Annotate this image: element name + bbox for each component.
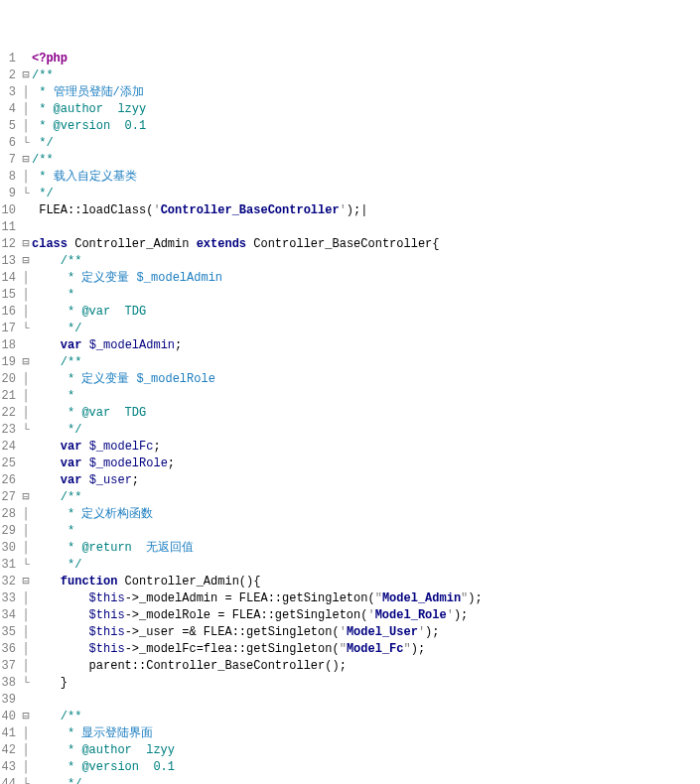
code-line: * 载入自定义基类 — [32, 169, 700, 186]
code-line: * 定义变量 $_modelAdmin — [32, 270, 700, 287]
code-line: function Controller_Admin(){ — [32, 574, 700, 590]
code-area: <?php/** * 管理员登陆/添加 * @author lzyy * @ve… — [32, 51, 700, 784]
code-editor: 1 2 3 4 5 6 7 8 9 10 11 12 13 14 15 16 1… — [0, 51, 700, 784]
code-line: * — [32, 287, 700, 304]
line-number-gutter: 1 2 3 4 5 6 7 8 9 10 11 12 13 14 15 16 1… — [0, 51, 20, 784]
code-line: var $_modelRole; — [32, 456, 700, 472]
code-line: */ — [32, 321, 700, 337]
code-line: * @version 0.1 — [32, 118, 700, 135]
code-line: /** — [32, 152, 700, 169]
code-line: /** — [32, 709, 700, 725]
code-line: * @author lzyy — [32, 101, 700, 118]
code-line: * 定义变量 $_modelRole — [32, 371, 700, 388]
code-line: var $_modelFc; — [32, 439, 700, 456]
code-line: var $_user; — [32, 472, 700, 489]
fold-gutter: ⊟ │ │ │ └ ⊟ │ └ ⊟ ⊟ │ │ │ └ ⊟ │ │ │ └ ⊟ … — [20, 51, 32, 784]
code-line: } — [32, 675, 700, 692]
code-line: */ — [32, 186, 700, 202]
code-line: * — [32, 523, 700, 540]
code-line: * — [32, 388, 700, 405]
code-line — [32, 692, 700, 709]
code-line: * @author lzyy — [32, 742, 700, 759]
code-line: */ — [32, 776, 700, 784]
code-line: * @version 0.1 — [32, 759, 700, 776]
code-line: FLEA::loadClass('Controller_BaseControll… — [32, 202, 700, 219]
code-line: parent::Controller_BaseController(); — [32, 658, 700, 675]
code-line: $this->_modelRole = FLEA::getSingleton('… — [32, 607, 700, 624]
code-line: * @var TDG — [32, 405, 700, 422]
code-line: <?php — [32, 51, 700, 67]
code-line: $this->_modelFc=flea::getSingleton("Mode… — [32, 641, 700, 658]
code-line: /** — [32, 253, 700, 270]
code-line: * 定义析构函数 — [32, 506, 700, 523]
code-line: $this->_user =& FLEA::getSingleton('Mode… — [32, 624, 700, 641]
code-line — [32, 219, 700, 236]
code-line: */ — [32, 422, 700, 439]
code-line: var $_modelAdmin; — [32, 337, 700, 354]
code-line: /** — [32, 67, 700, 84]
code-line: */ — [32, 557, 700, 574]
code-line: /** — [32, 354, 700, 371]
code-line: $this->_modelAdmin = FLEA::getSingleton(… — [32, 590, 700, 607]
code-line: * 显示登陆界面 — [32, 725, 700, 742]
code-line: * @return 无返回值 — [32, 540, 700, 557]
code-line: * @var TDG — [32, 304, 700, 321]
code-line: /** — [32, 489, 700, 506]
code-line: class Controller_Admin extends Controlle… — [32, 236, 700, 253]
code-line: */ — [32, 135, 700, 152]
code-line: * 管理员登陆/添加 — [32, 84, 700, 101]
